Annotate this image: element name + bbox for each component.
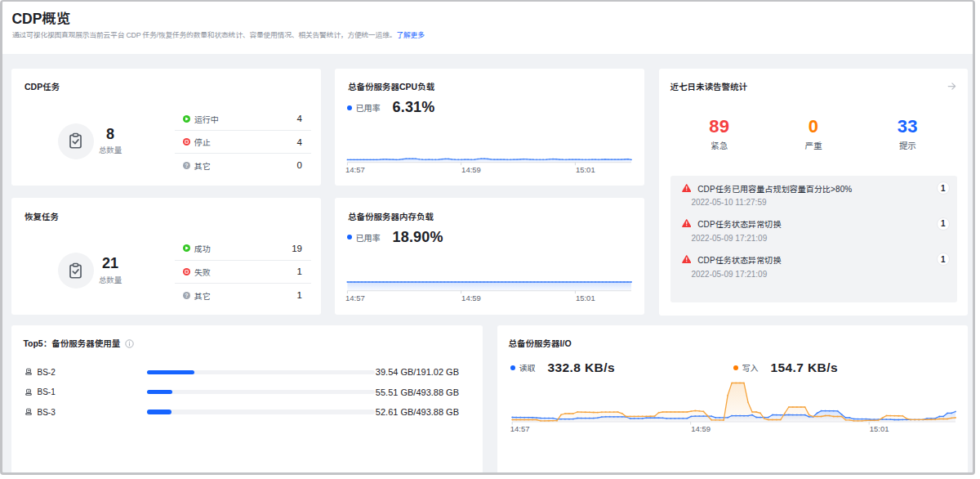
alert-stat-severe: 0 严重 — [766, 117, 860, 150]
alert-count-badge: 1 — [937, 253, 950, 266]
cdp-tasks-card: CDP任务 8 总数量 运行中 4 停止 4 — [11, 69, 321, 186]
top5-card-title-text: Top5：备份服务器使用量 — [23, 338, 120, 349]
warning-triangle-icon — [682, 184, 692, 193]
cpu-chart: 14:5714:5915:01 — [335, 69, 644, 186]
alerts-card-title: 近七日未读告警统计 — [670, 82, 747, 92]
page-subtitle-text: 通过可视化视图直观展示当前云平台 CDP 任务/恢复任务的数量和状态统计、容量使… — [12, 31, 396, 39]
server-icon — [24, 368, 33, 376]
restore-tasks-card: 恢复任务 21 总数量 成功 19 失败 1 — [11, 198, 321, 315]
status-value: 1 — [297, 290, 302, 300]
alert-list: CDP任务已用容量占规划容量百分比>80% 1 2022-05-10 11:27… — [670, 176, 957, 303]
alert-text: CDP任务状态异常切换 — [697, 217, 937, 230]
alert-stat-critical: 89 紧急 — [672, 117, 766, 150]
alert-list-item[interactable]: CDP任务已用容量占规划容量百分比>80% 1 2022-05-10 11:27… — [670, 181, 957, 217]
restore-tasks-status-list: 成功 19 失败 1 ? 其它 1 — [175, 237, 311, 307]
info-label: 提示 — [861, 141, 955, 150]
usage-bar — [147, 410, 375, 414]
status-row-stopped: 停止 4 — [175, 131, 311, 154]
server-usage-row: BS-2 39.54 GB/191.02 GB — [11, 362, 483, 382]
running-status-icon — [183, 115, 190, 123]
cdp-tasks-total-label: 总数量 — [86, 145, 135, 155]
status-value: 4 — [297, 137, 302, 147]
alert-count-badge: 1 — [937, 217, 950, 231]
status-row-failed: 失败 1 — [175, 261, 311, 284]
status-value: 0 — [297, 160, 302, 170]
x-axis-label: 14:59 — [691, 425, 710, 433]
io-card: 总备份服务器I/O 读取 332.8 KB/s 写入 154.7 KB/s 14… — [497, 325, 968, 474]
alert-timestamp: 2022-05-09 17:21:09 — [691, 270, 767, 280]
alert-item-row: CDP任务状态异常切换 1 — [670, 253, 957, 266]
server-usage-row: BS-3 52.61 GB/493.88 GB — [11, 402, 483, 422]
server-usage-rows: BS-2 39.54 GB/191.02 GB BS-1 55.51 GB/49… — [11, 362, 483, 422]
alert-count-badge: 1 — [937, 181, 950, 195]
mem-load-card: 总备份服务器内存负载 已用率 18.90% 14:5714:5915:01 — [335, 198, 644, 315]
alert-list-item[interactable]: CDP任务状态异常切换 1 2022-05-09 17:21:09 — [670, 217, 957, 253]
warning-triangle-icon — [682, 219, 692, 228]
usage-value: 52.61 GB/493.88 GB — [375, 407, 459, 417]
status-row-running: 运行中 4 — [175, 108, 311, 131]
status-value: 4 — [297, 114, 302, 123]
warning-triangle-icon — [682, 255, 692, 264]
alert-item-row: CDP任务已用容量占规划容量百分比>80% 1 — [670, 181, 957, 195]
cdp-tasks-total: 8 — [86, 127, 135, 141]
alert-list-item[interactable]: CDP任务状态异常切换 1 2022-05-09 17:21:09 — [670, 253, 957, 289]
restore-tasks-total-label: 总数量 — [86, 275, 135, 285]
failed-status-icon — [183, 268, 190, 275]
status-value: 1 — [297, 266, 302, 276]
x-axis-label: 14:59 — [461, 294, 481, 302]
status-label: 运行中 — [194, 113, 297, 125]
usage-bar — [147, 390, 375, 395]
io-chart: 14:5714:5915:01 — [497, 325, 968, 474]
x-axis-label: 15:01 — [870, 425, 889, 433]
alerts-card: 近七日未读告警统计 89 紧急 0 严重 33 提示 CDP任务已用容量占规划容… — [659, 69, 968, 316]
restore-tasks-total: 21 — [86, 256, 135, 271]
server-usage-row: BS-1 55.51 GB/493.88 GB — [11, 383, 483, 402]
status-label: 其它 — [194, 289, 297, 302]
x-axis-label: 15:01 — [576, 294, 595, 302]
info-icon[interactable] — [125, 339, 134, 348]
cpu-load-card: 总备份服务器CPU负载 已用率 6.31% 14:5714:5915:01 — [335, 69, 644, 186]
status-label: 其它 — [194, 159, 297, 172]
cdp-tasks-status-list: 运行中 4 停止 4 ? 其它 0 — [175, 108, 311, 177]
status-label: 成功 — [194, 242, 292, 254]
svg-text:?: ? — [185, 292, 189, 298]
critical-label: 紧急 — [672, 141, 766, 150]
usage-bar — [147, 370, 375, 375]
x-axis-label: 14:57 — [345, 294, 365, 302]
status-value: 19 — [292, 244, 302, 253]
x-axis-label: 14:59 — [461, 166, 481, 174]
top5-card-title: Top5：备份服务器使用量 — [23, 338, 134, 349]
learn-more-link[interactable]: 了解更多 — [396, 31, 424, 39]
page-title: CDP概览 — [11, 12, 70, 26]
alert-timestamp: 2022-05-09 17:21:09 — [691, 234, 767, 244]
other-status-icon: ? — [183, 162, 190, 169]
x-axis-label: 14:57 — [510, 425, 530, 433]
server-icon — [24, 408, 33, 416]
status-row-success: 成功 19 — [175, 237, 311, 260]
status-row-other: ? 其它 0 — [175, 154, 311, 177]
alert-stats: 89 紧急 0 严重 33 提示 — [672, 117, 955, 150]
usage-value: 39.54 GB/191.02 GB — [375, 367, 459, 377]
usage-value: 55.51 GB/493.88 GB — [375, 387, 459, 397]
page-subtitle: 通过可视化视图直观展示当前云平台 CDP 任务/恢复任务的数量和状态统计、容量使… — [12, 30, 425, 40]
server-icon — [24, 388, 33, 396]
status-label: 失败 — [194, 266, 297, 278]
page-header: CDP概览 通过可视化视图直观展示当前云平台 CDP 任务/恢复任务的数量和状态… — [2, 2, 973, 54]
status-row-other: ? 其它 1 — [175, 284, 311, 307]
info-count: 33 — [861, 117, 955, 137]
server-name: BS-2 — [38, 368, 82, 377]
severe-count: 0 — [766, 117, 860, 137]
server-name: BS-3 — [38, 408, 82, 417]
alert-item-row: CDP任务状态异常切换 1 — [670, 217, 957, 231]
mem-chart: 14:5714:5915:01 — [335, 198, 644, 315]
status-label: 停止 — [194, 136, 297, 148]
x-axis-label: 14:57 — [345, 166, 365, 174]
x-axis-label: 15:01 — [576, 166, 595, 174]
other-status-icon: ? — [183, 292, 190, 299]
success-status-icon — [183, 244, 190, 252]
restore-tasks-card-title: 恢复任务 — [24, 212, 59, 222]
stopped-status-icon — [183, 138, 190, 145]
alert-stat-info: 33 提示 — [861, 117, 955, 150]
critical-count: 89 — [672, 117, 766, 137]
arrow-right-icon[interactable] — [947, 81, 957, 92]
